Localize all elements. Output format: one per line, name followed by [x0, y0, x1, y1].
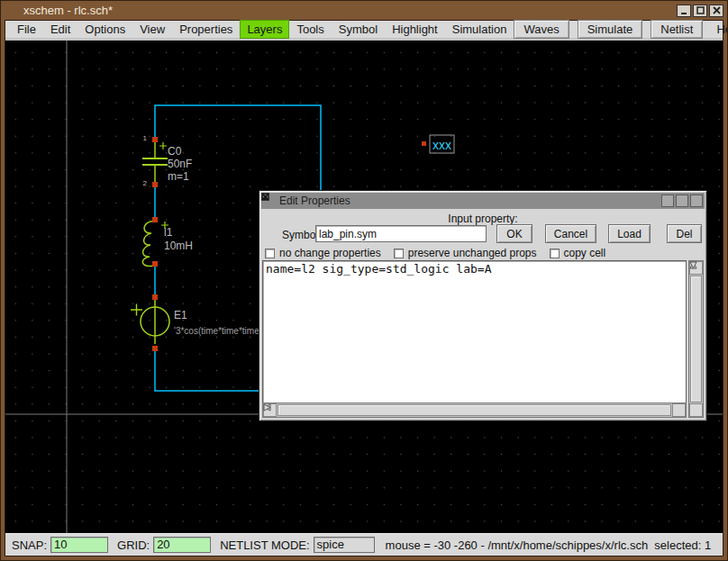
- status-bar: SNAP: 10 GRID: 20 NETLIST MODE: spice mo…: [5, 533, 723, 556]
- menu-help[interactable]: Help: [711, 21, 728, 38]
- title-bar[interactable]: xschem - rlc.sch*: [1, 1, 727, 20]
- cancel-button[interactable]: Cancel: [545, 224, 596, 243]
- del-button[interactable]: Del: [667, 224, 702, 243]
- dialog-close-icon[interactable]: [690, 195, 703, 207]
- menu-edit[interactable]: Edit: [43, 21, 77, 38]
- menu-highlight[interactable]: Highlight: [385, 21, 445, 38]
- dialog-maximize-icon[interactable]: [676, 195, 688, 207]
- net-label-text: xxx: [432, 138, 451, 152]
- capacitor-pin1-number: 1: [143, 134, 148, 142]
- pin-icon: [152, 346, 158, 351]
- maximize-icon[interactable]: [693, 5, 707, 17]
- property-textarea[interactable]: name=l2 sig_type=std_logic lab=A: [262, 260, 687, 408]
- simulate-button[interactable]: Simulate: [578, 20, 643, 39]
- minimize-icon[interactable]: [677, 5, 691, 17]
- snap-input[interactable]: 10: [50, 537, 108, 553]
- menu-bar: File Edit Options View Properties Layers…: [5, 21, 723, 41]
- waves-button[interactable]: Waves: [514, 20, 569, 39]
- pin-icon: [152, 217, 158, 222]
- vertical-scrollbar[interactable]: [688, 260, 704, 418]
- pin-icon: [152, 294, 158, 300]
- pin-icon: [152, 137, 158, 142]
- capacitor-pin2-number: 2: [143, 179, 148, 187]
- horizontal-scrollbar[interactable]: [262, 403, 687, 418]
- source-symbol[interactable]: [131, 294, 169, 351]
- inductor-value: 10mH: [164, 240, 193, 252]
- symbol-label: Symbol: [282, 229, 318, 241]
- menu-properties[interactable]: Properties: [172, 21, 240, 38]
- copy-cell-label: copy cell: [564, 247, 606, 259]
- window-title: xschem - rlc.sch*: [23, 4, 113, 17]
- plus-icon: [131, 304, 142, 316]
- copy-cell-checkbox[interactable]: [550, 249, 560, 258]
- dialog-minimize-icon[interactable]: [661, 195, 674, 207]
- load-button[interactable]: Load: [608, 224, 651, 243]
- menu-file[interactable]: File: [10, 21, 43, 38]
- capacitor-value: 50nF: [168, 158, 192, 170]
- menu-options[interactable]: Options: [77, 21, 132, 38]
- menu-tools[interactable]: Tools: [289, 21, 331, 38]
- pin-icon: [152, 182, 158, 187]
- dialog-title-bar[interactable]: Edit Properties: [261, 193, 705, 209]
- source-name: E1: [174, 309, 187, 321]
- net-label[interactable]: xxx: [422, 135, 454, 153]
- inductor-name: l1: [164, 226, 173, 239]
- plus-icon: [159, 142, 167, 149]
- capacitor-name: C0: [168, 145, 182, 158]
- menu-layers[interactable]: Layers: [240, 20, 289, 39]
- menu-simulation[interactable]: Simulation: [445, 21, 514, 38]
- no-change-properties-label: no change properties: [279, 247, 381, 259]
- mouse-status-text: mouse = -30 -260 - /mnt/x/home/schippes/…: [386, 538, 712, 552]
- menu-symbol[interactable]: Symbol: [332, 21, 385, 38]
- edit-properties-dialog: Edit Properties Input property:: [259, 190, 707, 421]
- grid-label: GRID:: [117, 538, 150, 552]
- preserve-unchanged-props-checkbox[interactable]: [394, 249, 404, 258]
- pin-icon: [422, 141, 426, 146]
- schematic-canvas[interactable]: 1 2 C0 50nF m=1 l1 10mH: [5, 41, 723, 533]
- netlist-button[interactable]: Netlist: [651, 20, 703, 39]
- snap-label: SNAP:: [12, 538, 47, 552]
- preserve-unchanged-props-label: preserve unchanged props: [408, 247, 537, 259]
- netlist-mode-label: NETLIST MODE:: [220, 538, 309, 552]
- vertical-scroll-thumb[interactable]: [690, 276, 702, 403]
- pin-icon: [152, 261, 158, 267]
- horizontal-scroll-thumb[interactable]: [278, 404, 671, 416]
- ok-button[interactable]: OK: [496, 224, 532, 243]
- input-property-label: Input property:: [259, 213, 706, 225]
- grid-input[interactable]: 20: [153, 537, 211, 553]
- netlist-mode-input[interactable]: spice: [314, 537, 375, 553]
- close-icon[interactable]: [709, 5, 723, 17]
- capacitor-extra: m=1: [168, 170, 189, 183]
- window-body: File Edit Options View Properties Layers…: [5, 20, 723, 556]
- xschem-window: xschem - rlc.sch* File Edit Options View…: [0, 0, 728, 561]
- menu-view[interactable]: View: [132, 21, 172, 38]
- source-value: '3*cos(time*time*time*: [174, 326, 263, 336]
- scroll-down-icon[interactable]: [689, 403, 703, 417]
- dialog-title: Edit Properties: [279, 195, 350, 207]
- scroll-right-icon[interactable]: [672, 403, 686, 417]
- checkbox-row: no change properties preserve unchanged …: [265, 247, 618, 259]
- no-change-properties-checkbox[interactable]: [265, 249, 275, 258]
- symbol-input[interactable]: lab_pin.sym: [315, 225, 487, 242]
